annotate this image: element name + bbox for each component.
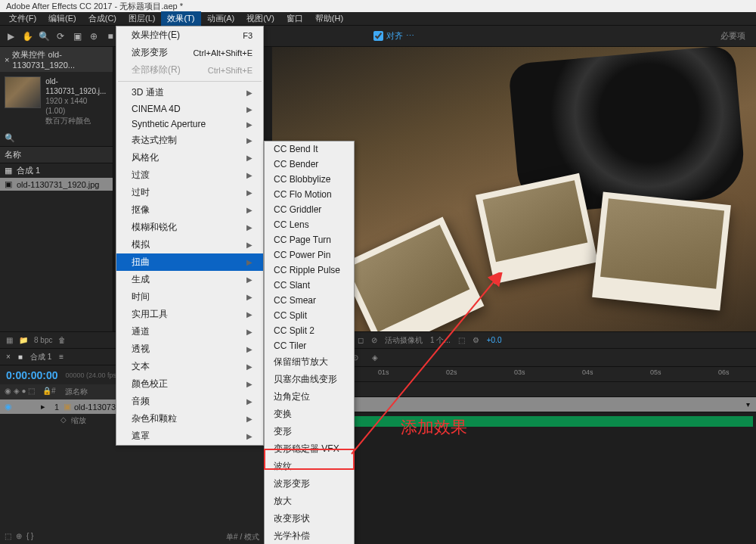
effect-menu-item[interactable]: 效果控件(E)F3 <box>116 26 263 44</box>
effect-menu-item[interactable]: 杂色和颗粒▶ <box>116 410 263 427</box>
effect-menu-item[interactable]: 时间▶ <box>116 288 263 306</box>
distort-menu-item[interactable]: CC Griddler <box>265 202 354 217</box>
distort-menu-item[interactable]: CC Smear <box>265 293 354 308</box>
viewer-views[interactable]: 1 个... <box>430 335 451 346</box>
effect-menu-item[interactable]: 表达式控制▶ <box>116 132 263 149</box>
tl-marker-icon[interactable]: ◈ <box>369 353 381 362</box>
effect-menu-item[interactable]: 文本▶ <box>116 358 263 375</box>
distort-menu-item[interactable]: CC Slant <box>265 278 354 293</box>
distort-menu-item[interactable]: 变形 <box>265 423 354 440</box>
new-folder-icon[interactable]: 📁 <box>19 336 28 344</box>
snap-checkbox[interactable] <box>373 31 383 41</box>
menu-window[interactable]: 窗口 <box>280 11 309 26</box>
menu-animation[interactable]: 动画(A) <box>201 11 241 26</box>
effect-menu-item[interactable]: CINEMA 4D▶ <box>116 101 263 117</box>
distort-menu-item[interactable]: CC Bender <box>265 157 354 172</box>
effect-menu-item[interactable]: 抠像▶ <box>116 201 263 219</box>
effect-menu-item[interactable]: 模拟▶ <box>116 236 263 253</box>
project-colors: 数百万种颜色 <box>45 116 108 126</box>
toggle-icon[interactable]: ⊕ <box>16 532 22 542</box>
effect-menu-item[interactable]: 实用工具▶ <box>116 306 263 323</box>
viewer-camera[interactable]: 活动摄像机 <box>385 335 423 346</box>
layer-duration-bar[interactable] <box>305 416 753 427</box>
effect-menu-item[interactable]: 风格化▶ <box>116 149 263 166</box>
menu-effect[interactable]: 效果(T) <box>161 11 200 26</box>
anchor-tool-icon[interactable]: ⊕ <box>88 30 100 42</box>
viewer-3d-icon[interactable]: ⬚ <box>458 336 465 344</box>
distort-menu-item[interactable]: 保留细节放大 <box>265 353 354 371</box>
visibility-icon[interactable]: ◉ <box>5 402 15 412</box>
snap-options-icon[interactable]: ⋯ <box>406 31 414 41</box>
distort-menu-item[interactable]: 边角定位 <box>265 388 354 406</box>
main-toolbar: ▶ ✋ 🔍 ⟳ ▣ ⊕ ■ ✎ T ✐ ⎌ ◧ ✦ 📌 对齐 ⋯ 必要项 <box>0 26 756 47</box>
viewer-settings-icon[interactable]: ⚙ <box>472 336 479 344</box>
effect-menu-item[interactable]: 通道▶ <box>116 323 263 340</box>
menu-layer[interactable]: 图层(L) <box>122 11 161 26</box>
effect-menu-item[interactable]: 生成▶ <box>116 271 263 288</box>
camera-tool-icon[interactable]: ▣ <box>71 30 83 42</box>
snap-toggle[interactable]: 对齐 ⋯ <box>373 30 414 42</box>
rotate-tool-icon[interactable]: ⟳ <box>54 30 67 42</box>
trash-icon[interactable]: 🗑 <box>58 336 66 344</box>
viewer-exposure[interactable]: +0.0 <box>487 336 502 344</box>
distort-menu-item[interactable]: 贝塞尔曲线变形 <box>265 371 354 388</box>
effect-menu-item[interactable]: 3D 通道▶ <box>116 84 263 101</box>
menu-view[interactable]: 视图(V) <box>240 11 280 26</box>
distort-menu-item[interactable]: CC Lens <box>265 217 354 232</box>
distort-menu-item[interactable]: CC Tiler <box>265 338 354 353</box>
new-comp-icon[interactable]: ▦ <box>6 336 13 344</box>
effect-controls-tab[interactable]: × 效果控件 old-1130731_1920... <box>0 47 113 72</box>
toggle-icon[interactable]: ⬚ <box>5 532 11 542</box>
distort-menu-item[interactable]: CC Bend It <box>265 141 354 157</box>
bpc-label[interactable]: 8 bpc <box>34 336 52 344</box>
project-search[interactable]: 🔍 <box>0 130 113 146</box>
distort-menu-item[interactable]: 波纹 <box>265 458 354 475</box>
project-item-image[interactable]: ▣ old-1130731_1920.jpg <box>0 178 113 191</box>
distort-menu-item[interactable]: CC Power Pin <box>265 247 354 263</box>
distort-menu-item[interactable]: CC Split <box>265 308 354 323</box>
shape-tool-icon[interactable]: ■ <box>104 30 116 42</box>
project-item-info: old-1130731_1920.j... 1920 x 1440 (1.00)… <box>0 72 113 130</box>
hand-tool-icon[interactable]: ✋ <box>21 30 33 42</box>
menu-composition[interactable]: 合成(C) <box>82 11 122 26</box>
distort-menu-item[interactable]: CC Ripple Pulse <box>265 263 354 278</box>
effect-menu-item[interactable]: 音频▶ <box>116 393 263 410</box>
tick: 06s <box>718 368 730 376</box>
distort-menu-item[interactable]: 放大 <box>265 493 354 510</box>
effect-menu-item[interactable]: 波形变形Ctrl+Alt+Shift+E <box>116 44 263 61</box>
effect-menu-item[interactable]: 模糊和锐化▶ <box>116 219 263 236</box>
effect-menu-item[interactable]: 扭曲▶ <box>116 253 263 271</box>
menu-help[interactable]: 帮助(H) <box>309 11 349 26</box>
project-name-header[interactable]: 名称 <box>0 146 113 163</box>
project-item-comp[interactable]: ▦ 合成 1 <box>0 163 113 178</box>
zoom-tool-icon[interactable]: 🔍 <box>38 30 50 42</box>
effect-menu-item[interactable]: 透视▶ <box>116 340 263 358</box>
distort-menu-item[interactable]: CC Flo Motion <box>265 187 354 202</box>
distort-menu-item[interactable]: 变换 <box>265 406 354 423</box>
viewer-time-icon[interactable]: ⊘ <box>371 336 377 344</box>
switches-footer[interactable]: ⬚ ⊕ { } 单# / 模式 <box>0 530 264 544</box>
keyframe-icon[interactable]: ◇ <box>60 415 67 426</box>
viewer-mask-icon[interactable]: ◻ <box>358 336 364 344</box>
menu-edit[interactable]: 编辑(E) <box>42 11 82 26</box>
effect-menu-item[interactable]: 颜色校正▶ <box>116 375 263 393</box>
effect-menu-item[interactable]: Synthetic Aperture▶ <box>116 117 263 132</box>
distort-menu-item[interactable]: CC Page Turn <box>265 232 354 247</box>
effect-menu-item[interactable]: 遮罩▶ <box>116 427 263 445</box>
distort-menu-item[interactable]: 波形变形 <box>265 475 354 493</box>
tick: 02s <box>446 368 457 376</box>
workspace-label[interactable]: 必要项 <box>720 30 751 42</box>
panel-close-icon[interactable]: × <box>5 55 9 64</box>
distort-menu-item[interactable]: 光学补偿 <box>265 527 354 544</box>
distort-menu-item[interactable]: CC Blobbylize <box>265 172 354 187</box>
distort-menu-item[interactable]: 变形稳定器 VFX <box>265 440 354 458</box>
effect-menu-item[interactable]: 过渡▶ <box>116 166 263 184</box>
distort-menu-item[interactable]: CC Split 2 <box>265 323 354 338</box>
switches-label[interactable]: 单# / 模式 <box>226 532 259 542</box>
selection-tool-icon[interactable]: ▶ <box>5 30 17 42</box>
effect-menu-item[interactable]: 过时▶ <box>116 184 263 201</box>
menu-file[interactable]: 文件(F) <box>3 11 42 26</box>
current-timecode[interactable]: 0:00:00:00 <box>6 369 58 381</box>
distort-menu-item[interactable]: 改变形状 <box>265 510 354 527</box>
close-tab-icon[interactable]: × <box>6 353 11 361</box>
